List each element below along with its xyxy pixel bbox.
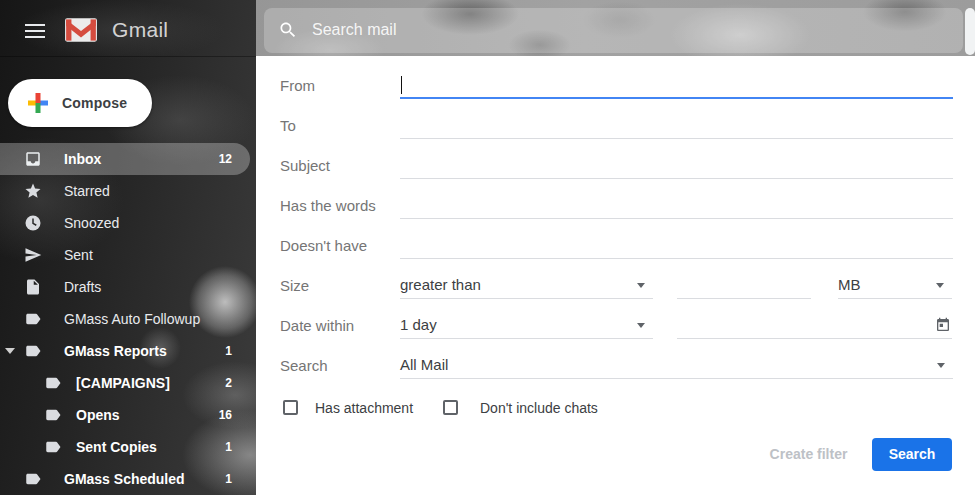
filter-row-date-within: Date within 1 day bbox=[256, 311, 975, 339]
star-icon bbox=[24, 182, 42, 200]
label-icon bbox=[24, 470, 42, 488]
dropdown-value: 1 day bbox=[400, 316, 437, 333]
calendar-icon[interactable] bbox=[935, 317, 951, 333]
unread-count: 2 bbox=[225, 376, 232, 390]
chevron-down-icon bbox=[637, 323, 645, 328]
label-icon bbox=[24, 342, 42, 360]
to-input[interactable] bbox=[400, 111, 953, 139]
inbox-icon bbox=[24, 150, 42, 168]
field-label: Has the words bbox=[280, 197, 376, 214]
sidebar-item-inbox[interactable]: Inbox 12 bbox=[0, 143, 256, 175]
send-icon bbox=[24, 246, 42, 264]
sidebar-item-label: Starred bbox=[64, 183, 110, 199]
clock-icon bbox=[24, 214, 42, 232]
dropdown-value: MB bbox=[838, 276, 861, 293]
sidebar-item-snoozed[interactable]: Snoozed bbox=[0, 207, 256, 239]
unread-count: 1 bbox=[225, 440, 232, 454]
checkbox-label: Has attachment bbox=[315, 400, 413, 416]
has-words-input[interactable] bbox=[400, 191, 953, 219]
sidebar-item-label: GMass Auto Followup bbox=[64, 311, 200, 327]
gmail-logo-icon bbox=[64, 17, 98, 43]
field-label: Size bbox=[280, 277, 309, 294]
sidebar-item-label: Sent Copies bbox=[76, 439, 157, 455]
filter-row-to: To bbox=[256, 111, 975, 139]
subject-input[interactable] bbox=[400, 151, 953, 179]
scrollbar-thumb[interactable] bbox=[965, 8, 975, 55]
expand-arrow-icon[interactable] bbox=[5, 348, 15, 354]
compose-plus-icon bbox=[28, 93, 48, 113]
label-icon bbox=[44, 406, 62, 424]
sidebar-item-gmass-scheduled[interactable]: GMass Scheduled 1 bbox=[0, 463, 256, 495]
sidebar-item-label: GMass Scheduled bbox=[64, 471, 185, 487]
search-mail-box[interactable]: Search mail bbox=[264, 8, 963, 53]
date-range-dropdown[interactable]: 1 day bbox=[400, 311, 653, 339]
sidebar-item-sent-copies[interactable]: Sent Copies 1 bbox=[0, 431, 256, 463]
size-value-input[interactable] bbox=[677, 271, 811, 299]
field-label: To bbox=[280, 117, 296, 134]
filter-row-has-words: Has the words bbox=[256, 191, 975, 219]
field-label: From bbox=[280, 77, 315, 94]
sidebar-item-sent[interactable]: Sent bbox=[0, 239, 256, 271]
sidebar-item-label: Drafts bbox=[64, 279, 101, 295]
chevron-down-icon bbox=[936, 283, 944, 288]
compose-label: Compose bbox=[62, 95, 127, 111]
menu-icon[interactable] bbox=[25, 24, 45, 38]
sidebar-item-label: Sent bbox=[64, 247, 93, 263]
label-icon bbox=[44, 438, 62, 456]
gmail-window: Search mail Gmail Compose bbox=[0, 0, 975, 495]
filter-row-from: From bbox=[256, 71, 975, 99]
sidebar-item-gmass-auto-followup[interactable]: GMass Auto Followup bbox=[0, 303, 256, 335]
field-label: Search bbox=[280, 357, 328, 374]
date-value-input[interactable] bbox=[677, 311, 952, 339]
sidebar-item-drafts[interactable]: Drafts bbox=[0, 271, 256, 303]
filter-row-size: Size greater than MB bbox=[256, 271, 975, 299]
size-unit-dropdown[interactable]: MB bbox=[838, 271, 952, 299]
sidebar: Gmail Compose Inbox 12 Starred bbox=[0, 0, 256, 495]
filter-row-subject: Subject bbox=[256, 151, 975, 179]
label-icon bbox=[24, 310, 42, 328]
checkbox-label: Don't include chats bbox=[480, 400, 598, 416]
sidebar-item-label: Opens bbox=[76, 407, 120, 423]
field-label: Doesn't have bbox=[280, 237, 367, 254]
search-scope-dropdown[interactable]: All Mail bbox=[400, 351, 953, 379]
unread-count: 16 bbox=[219, 408, 232, 422]
sidebar-item-starred[interactable]: Starred bbox=[0, 175, 256, 207]
create-filter-button[interactable]: Create filter bbox=[761, 438, 856, 471]
field-label: Subject bbox=[280, 157, 330, 174]
sidebar-divider bbox=[0, 56, 256, 57]
size-comparator-dropdown[interactable]: greater than bbox=[400, 271, 653, 299]
dropdown-value: greater than bbox=[400, 276, 481, 293]
filter-row-search-scope: Search All Mail bbox=[256, 351, 975, 379]
sidebar-item-campaigns[interactable]: [CAMPAIGNS] 2 bbox=[0, 367, 256, 399]
sidebar-item-label: Snoozed bbox=[64, 215, 119, 231]
sidebar-item-label: Inbox bbox=[64, 151, 101, 167]
unread-count: 1 bbox=[225, 344, 232, 358]
sidebar-item-gmass-reports[interactable]: GMass Reports 1 bbox=[0, 335, 256, 367]
search-placeholder: Search mail bbox=[312, 21, 396, 39]
search-button[interactable]: Search bbox=[872, 438, 952, 471]
dropdown-value: All Mail bbox=[400, 356, 448, 373]
search-icon bbox=[278, 20, 298, 40]
filter-row-doesnt-have: Doesn't have bbox=[256, 231, 975, 259]
sidebar-item-label: GMass Reports bbox=[64, 343, 167, 359]
brand-title: Gmail bbox=[112, 18, 168, 42]
checkbox-row: Has attachment Don't include chats bbox=[256, 399, 975, 417]
label-icon bbox=[44, 374, 62, 392]
field-label: Date within bbox=[280, 317, 354, 334]
has-attachment-checkbox[interactable] bbox=[283, 400, 298, 415]
sidebar-item-label: [CAMPAIGNS] bbox=[76, 375, 170, 391]
doesnt-have-input[interactable] bbox=[400, 231, 953, 259]
sidebar-item-opens[interactable]: Opens 16 bbox=[0, 399, 256, 431]
dont-include-chats-checkbox[interactable] bbox=[443, 400, 458, 415]
from-input[interactable] bbox=[400, 71, 953, 99]
chevron-down-icon bbox=[937, 363, 945, 368]
unread-count: 1 bbox=[225, 472, 232, 486]
search-filter-panel: From To Subject Has the words Doesn't ha… bbox=[256, 56, 975, 495]
compose-button[interactable]: Compose bbox=[8, 79, 152, 127]
chevron-down-icon bbox=[637, 283, 645, 288]
text-cursor bbox=[401, 76, 402, 94]
unread-count: 12 bbox=[219, 152, 232, 166]
draft-icon bbox=[24, 278, 42, 296]
